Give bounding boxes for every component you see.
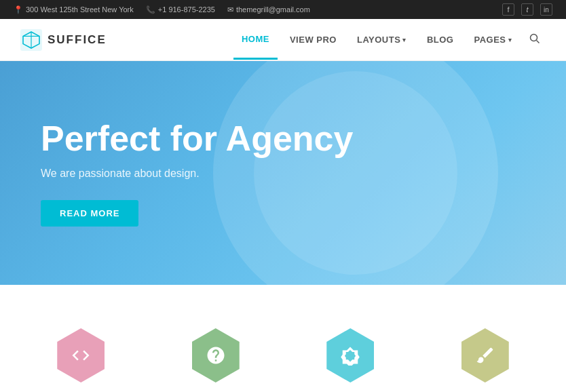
support-icon: [206, 345, 226, 366]
svg-line-5: [537, 41, 540, 43]
nav-layouts[interactable]: LAYOUTS ▾: [349, 21, 415, 58]
address-text: 300 West 125th Street New York: [26, 5, 134, 14]
email-text: themegrill@gmail.com: [236, 5, 310, 14]
nav-blog[interactable]: BLOG: [419, 21, 462, 58]
hexagon-1: [57, 328, 105, 383]
address-item: 📍 300 West 125th Street New York: [14, 5, 134, 14]
hero-title: Perfect for Agency: [41, 119, 353, 158]
feature-beautifully-designed: BEAUTIFULLY DESIGNED The point of using …: [425, 319, 546, 392]
goal-icon: [340, 345, 360, 366]
pin-icon: 📍: [14, 5, 23, 14]
svg-point-4: [531, 35, 537, 41]
feature-setting-goal: SETTING GOAL The point of using Lorem Ip…: [290, 319, 411, 392]
main-nav: HOME VIEW PRO LAYOUTS ▾ BLOG PAGES ▾: [233, 20, 546, 60]
phone-text: +1 916-875-2235: [158, 5, 215, 14]
features-section: CLEAN CODE The point of using Lorem Ipsu…: [0, 285, 566, 392]
layouts-caret: ▾: [402, 37, 407, 43]
hexagon-wrap-1: [54, 326, 108, 385]
phone-icon: 📞: [146, 5, 155, 14]
read-more-button[interactable]: READ MORE: [41, 200, 138, 227]
feature-awesome-support: AWESOME SUPPORT The point of using Lorem…: [155, 319, 277, 392]
topbar: 📍 300 West 125th Street New York 📞 +1 91…: [0, 0, 566, 19]
twitter-link[interactable]: t: [521, 3, 533, 16]
phone-item: 📞 +1 916-875-2235: [146, 5, 215, 14]
design-icon: [475, 345, 495, 366]
hexagon-4: [461, 328, 509, 383]
facebook-link[interactable]: f: [502, 3, 514, 16]
hexagon-3: [326, 328, 374, 383]
feature-clean-code: CLEAN CODE The point of using Lorem Ipsu…: [20, 319, 142, 392]
email-item: ✉ themegrill@gmail.com: [227, 5, 310, 14]
hexagon-2: [192, 328, 240, 383]
header: SUFFICE HOME VIEW PRO LAYOUTS ▾ BLOG PAG…: [0, 19, 566, 61]
hexagon-wrap-4: [458, 326, 512, 385]
topbar-left: 📍 300 West 125th Street New York 📞 +1 91…: [14, 5, 310, 14]
search-button[interactable]: [524, 28, 546, 52]
linkedin-link[interactable]: in: [540, 3, 552, 16]
logo-icon: [20, 29, 42, 51]
hero-section: Perfect for Agency We are passionate abo…: [0, 61, 566, 285]
topbar-right: f t in: [502, 3, 552, 16]
features-grid: CLEAN CODE The point of using Lorem Ipsu…: [20, 319, 546, 392]
hero-content: Perfect for Agency We are passionate abo…: [41, 119, 353, 227]
hexagon-wrap-3: [323, 326, 377, 385]
nav-pages[interactable]: PAGES ▾: [466, 21, 520, 58]
nav-home[interactable]: HOME: [233, 20, 278, 60]
nav-viewpro[interactable]: VIEW PRO: [282, 21, 345, 58]
email-icon: ✉: [227, 5, 233, 14]
code-icon: [71, 345, 91, 366]
pages-caret: ▾: [508, 37, 512, 43]
logo[interactable]: SUFFICE: [20, 29, 107, 51]
logo-text: SUFFICE: [48, 33, 107, 47]
hero-subtitle: We are passionate about design.: [41, 168, 353, 180]
hexagon-wrap-2: [189, 326, 243, 385]
